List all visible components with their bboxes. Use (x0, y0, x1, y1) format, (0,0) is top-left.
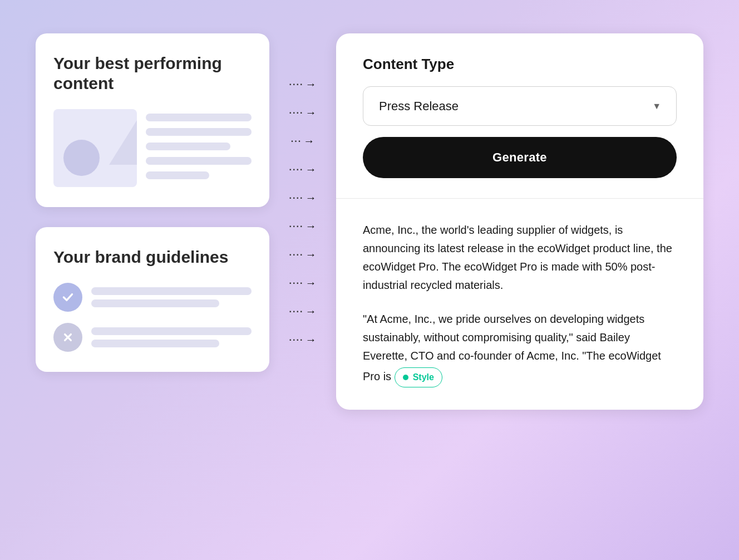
check-icon (61, 290, 75, 304)
line-4 (146, 157, 252, 165)
right-panel-bottom: Acme, Inc., the world's leading supplier… (336, 199, 703, 410)
brand-line-4 (91, 340, 219, 347)
arrow-9: ···· → (289, 305, 317, 318)
brand-item-check (53, 283, 252, 312)
check-icon-circle (53, 283, 82, 312)
line-5 (146, 171, 209, 179)
line-2 (146, 128, 252, 136)
content-type-label: Content Type (363, 56, 677, 73)
arrow-5: ···· → (289, 191, 317, 204)
content-preview (53, 109, 252, 187)
content-lines (146, 109, 252, 179)
circle-shape (63, 140, 100, 176)
brand-line-1 (91, 287, 252, 295)
brand-line-3 (91, 327, 252, 335)
image-placeholder (53, 109, 137, 187)
left-column: Your best performing content Your brand … (36, 33, 269, 372)
line-1 (146, 114, 252, 121)
generate-button[interactable]: Generate (363, 137, 677, 178)
style-badge-dot (403, 375, 408, 380)
close-icon (61, 330, 75, 345)
line-3 (146, 143, 230, 150)
brand-items-list (53, 283, 252, 352)
arrow-6: ···· → (289, 220, 317, 233)
press-release-p1: Acme, Inc., the world's leading supplier… (363, 221, 677, 294)
content-type-select[interactable]: Press Release Blog Post Social Media Pos… (363, 86, 677, 126)
right-panel-top: Content Type Press Release Blog Post Soc… (336, 33, 703, 199)
style-badge: Style (395, 367, 442, 387)
press-release-content: Acme, Inc., the world's leading supplier… (363, 221, 677, 387)
arrow-7: ···· → (289, 248, 317, 261)
brand-item-cross (53, 323, 252, 352)
arrow-2: ···· → (289, 106, 317, 119)
best-content-card: Your best performing content (36, 33, 269, 207)
style-badge-text: Style (413, 370, 434, 385)
best-content-title: Your best performing content (53, 53, 252, 94)
press-release-p2: "At Acme, Inc., we pride ourselves on de… (363, 310, 677, 387)
arrow-1: ···· → (289, 78, 317, 91)
arrow-4: ···· → (289, 163, 317, 176)
select-wrapper[interactable]: Press Release Blog Post Social Media Pos… (363, 86, 677, 126)
brand-guidelines-card: Your brand guidelines (36, 227, 269, 372)
triangle-shape (109, 120, 137, 165)
right-panel: Content Type Press Release Blog Post Soc… (336, 33, 703, 410)
brand-cross-lines (91, 327, 252, 347)
brand-line-2 (91, 299, 219, 307)
brand-check-lines (91, 287, 252, 307)
main-layout: Your best performing content Your brand … (36, 33, 703, 410)
arrow-8: ···· → (289, 277, 317, 289)
arrows-column: ···· → ···· → ··· → ···· → ···· → ···· →… (269, 33, 336, 391)
arrow-10: ···· → (289, 333, 317, 346)
cross-icon-circle (53, 323, 82, 352)
arrow-3: ··· → (291, 135, 314, 148)
brand-guidelines-title: Your brand guidelines (53, 247, 252, 267)
